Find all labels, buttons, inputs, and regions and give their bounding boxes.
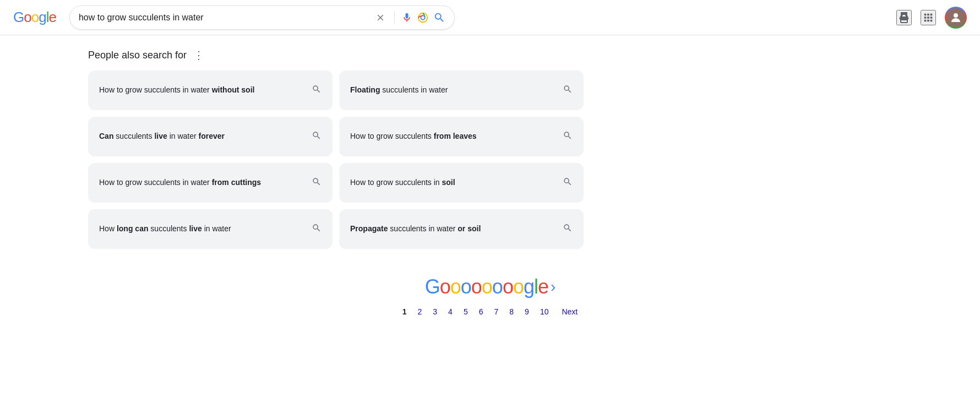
search-icon [433,12,445,24]
labs-icon [897,11,911,24]
page-1[interactable]: 1 [398,305,411,318]
card-search-icon [312,84,322,96]
header-right [896,7,967,29]
card-text: How long can succulents live in water [99,224,305,235]
card-search-icon [312,131,322,143]
header: Google [0,0,980,35]
related-search-card[interactable]: Floating succulents in water [339,70,584,110]
page-3[interactable]: 3 [428,305,442,318]
account-avatar[interactable] [945,7,967,29]
pagination-google-logo: Goooooooogle › [425,275,556,298]
search-input[interactable] [79,13,369,23]
related-search-card[interactable]: How to grow succulents from leaves [339,117,584,156]
section-title-row: People also search for ⋮ [88,48,892,62]
card-text: Floating succulents in water [350,85,556,96]
pagination-arrow[interactable]: › [551,278,555,296]
pagination-section: Goooooooogle › 1 2 3 4 5 6 7 8 9 10 Next [88,275,892,318]
related-search-card[interactable]: How to grow succulents in water from cut… [88,163,333,203]
page-10[interactable]: 10 [536,305,553,318]
card-search-icon [563,84,573,96]
card-search-icon [563,177,573,189]
image-search-button[interactable] [417,12,429,24]
page-5[interactable]: 5 [459,305,472,318]
card-text: How to grow succulents in soil [350,177,556,188]
clear-button[interactable] [373,13,388,23]
page-9[interactable]: 9 [520,305,533,318]
labs-button[interactable] [896,10,912,25]
card-text: How to grow succulents from leaves [350,131,556,142]
search-bar [69,6,455,30]
mic-icon [401,12,412,23]
voice-search-button[interactable] [401,12,412,23]
page-6[interactable]: 6 [475,305,488,318]
card-text: How to grow succulents in water without … [99,85,305,96]
card-search-icon [312,223,322,235]
page-7[interactable]: 7 [490,305,503,318]
page-2[interactable]: 2 [413,305,427,318]
page-4[interactable]: 4 [444,305,457,318]
page-8[interactable]: 8 [505,305,518,318]
apps-button[interactable] [921,10,936,25]
related-searches-grid: How to grow succulents in water without … [88,70,584,249]
section-title: People also search for [88,50,187,61]
search-bar-divider [394,11,395,24]
related-search-card[interactable]: How long can succulents live in water [88,209,333,249]
card-text: Propagate succulents in water or soil [350,224,556,235]
more-options-button[interactable]: ⋮ [191,48,206,62]
search-button[interactable] [433,12,445,24]
main-content: People also search for ⋮ How to grow suc… [0,35,980,332]
apps-icon [922,12,934,24]
card-text: How to grow succulents in water from cut… [99,177,305,188]
related-search-card[interactable]: How to grow succulents in water without … [88,70,333,110]
related-search-card[interactable]: Can succulents live in water forever [88,117,333,156]
lens-icon [417,12,429,24]
card-search-icon [563,131,573,143]
clear-icon [375,13,385,23]
avatar-image [946,8,965,27]
card-search-icon [312,177,322,189]
google-logo[interactable]: Google [13,9,56,26]
card-text: Can succulents live in water forever [99,131,305,142]
svg-point-2 [954,13,958,18]
page-numbers: 1 2 3 4 5 6 7 8 9 10 Next [398,305,582,318]
related-search-card[interactable]: Propagate succulents in water or soil [339,209,584,249]
card-search-icon [563,223,573,235]
related-search-card[interactable]: How to grow succulents in soil [339,163,584,203]
next-button[interactable]: Next [557,305,582,318]
svg-point-0 [418,13,428,22]
